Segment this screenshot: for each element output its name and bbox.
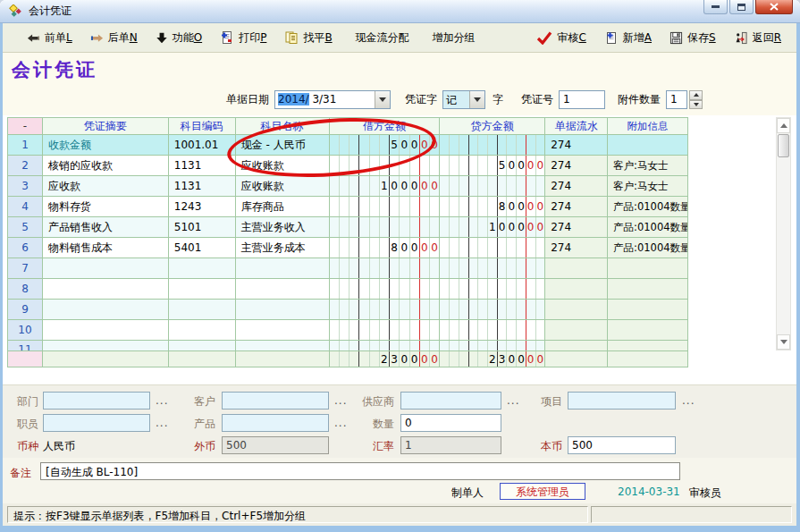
serial-cell[interactable]: 274: [545, 156, 608, 176]
serial-cell[interactable]: [545, 279, 608, 300]
table-row[interactable]: 7: [8, 258, 688, 279]
summary-cell[interactable]: [43, 320, 169, 341]
table-row[interactable]: 11: [8, 341, 688, 351]
summary-cell[interactable]: 物料存货: [43, 197, 169, 217]
toolbar-button-P[interactable]: 打印P: [217, 29, 269, 47]
table-row[interactable]: 5产品销售收入5101主营业务收入100000274产品:01004数量:1: [8, 217, 688, 238]
credit-amount-cell[interactable]: 80000: [440, 197, 545, 217]
toolbar-button-A[interactable]: 新增A: [602, 29, 654, 47]
lookup-ellipsis-button-部门[interactable]: ...: [156, 394, 168, 407]
close-button[interactable]: [755, 0, 793, 14]
field-input-部门[interactable]: [43, 392, 150, 410]
field-input-供应商[interactable]: [400, 392, 501, 410]
account-name-cell[interactable]: 应收账款: [236, 156, 330, 176]
date-combobox[interactable]: 2014/ 3/31: [274, 90, 391, 109]
debit-amount-cell[interactable]: [330, 341, 441, 351]
account-code-cell[interactable]: [169, 279, 236, 300]
account-name-cell[interactable]: [236, 320, 330, 341]
credit-amount-cell[interactable]: [440, 135, 545, 156]
row-number-cell[interactable]: 4: [8, 197, 43, 217]
field-input-职员[interactable]: [43, 414, 150, 432]
serial-cell[interactable]: 274: [545, 217, 608, 238]
serial-cell[interactable]: 274: [545, 238, 608, 258]
debit-amount-cell[interactable]: [330, 279, 441, 300]
remark-input[interactable]: [自动生成 BL-110]: [40, 462, 680, 480]
extra-info-cell[interactable]: [608, 135, 688, 156]
extra-info-cell[interactable]: 产品:01004数量:1: [608, 238, 688, 258]
field-input-客户[interactable]: [222, 392, 329, 410]
field-input-产品[interactable]: [222, 414, 329, 432]
serial-cell[interactable]: 274: [545, 197, 608, 217]
toolbar-button-L[interactable]: 前单L: [24, 29, 75, 47]
summary-cell[interactable]: 核销的应收款: [43, 156, 169, 176]
table-row[interactable]: 10: [8, 320, 688, 341]
summary-cell[interactable]: 收款金额: [43, 135, 169, 156]
account-code-cell[interactable]: 1001.01: [169, 135, 236, 156]
credit-amount-cell[interactable]: 100000: [440, 217, 545, 238]
table-row[interactable]: 9: [8, 300, 688, 320]
field-input-本币[interactable]: 500: [568, 436, 676, 454]
row-number-cell[interactable]: 9: [8, 300, 43, 320]
table-row[interactable]: 2核销的应收款1131应收账款50000274客户:马女士: [8, 156, 688, 176]
table-row[interactable]: 4物料存货1243库存商品80000274产品:01004数量:1: [8, 197, 688, 217]
credit-amount-cell[interactable]: [440, 238, 545, 258]
toolbar-button-B[interactable]: 找平B: [282, 29, 334, 47]
toolbar-button-增加分组[interactable]: 增加分组: [430, 29, 478, 47]
serial-cell[interactable]: [545, 300, 608, 320]
account-code-cell[interactable]: 5101: [169, 217, 236, 238]
summary-cell[interactable]: [43, 300, 169, 320]
toolbar-button-O[interactable]: 功能O: [153, 29, 205, 47]
account-code-cell[interactable]: [169, 258, 236, 279]
toolbar-button-C[interactable]: 审核C: [534, 29, 588, 47]
toolbar-button-S[interactable]: 保存S: [667, 29, 719, 47]
maximize-button[interactable]: [729, 0, 754, 14]
scroll-up-button[interactable]: [777, 118, 790, 133]
debit-amount-cell[interactable]: [330, 156, 441, 176]
row-number-cell[interactable]: 1: [8, 135, 43, 156]
scrollbar-thumb[interactable]: [778, 134, 789, 157]
row-number-cell[interactable]: 8: [8, 279, 43, 300]
table-row[interactable]: 6物料销售成本5401主营业务成本80000274产品:01004数量:1: [8, 238, 688, 258]
table-row[interactable]: 8: [8, 279, 688, 300]
summary-cell[interactable]: [43, 341, 169, 351]
voucher-word-dropdown-button[interactable]: [469, 91, 484, 108]
row-number-cell[interactable]: 5: [8, 217, 43, 238]
account-name-cell[interactable]: 库存商品: [236, 197, 330, 217]
debit-amount-cell[interactable]: 80000: [330, 238, 441, 258]
credit-amount-cell[interactable]: 50000: [440, 156, 545, 176]
row-number-cell[interactable]: 6: [8, 238, 43, 258]
spinner-down-button[interactable]: [689, 100, 703, 110]
field-input-项目[interactable]: [568, 392, 676, 410]
credit-amount-cell[interactable]: [440, 279, 545, 300]
account-name-cell[interactable]: [236, 341, 330, 351]
scroll-down-button[interactable]: [777, 334, 790, 350]
account-name-cell[interactable]: 现金 - 人民币: [236, 135, 330, 156]
row-number-cell[interactable]: 3: [8, 176, 43, 197]
account-name-cell[interactable]: 应收账款: [236, 176, 330, 197]
row-number-cell[interactable]: 7: [8, 258, 43, 279]
debit-amount-cell[interactable]: [330, 258, 441, 279]
extra-info-cell[interactable]: [608, 279, 688, 300]
vertical-scrollbar[interactable]: [776, 117, 791, 350]
extra-info-cell[interactable]: [608, 320, 688, 341]
account-code-cell[interactable]: 1131: [169, 176, 236, 197]
debit-amount-cell[interactable]: [330, 197, 441, 217]
account-code-cell[interactable]: 5401: [169, 238, 236, 258]
summary-cell[interactable]: [43, 258, 169, 279]
extra-info-cell[interactable]: 产品:01004数量:1: [608, 197, 688, 217]
account-name-cell[interactable]: [236, 300, 330, 320]
account-code-cell[interactable]: 1131: [169, 156, 236, 176]
serial-cell[interactable]: [545, 258, 608, 279]
field-input-数量[interactable]: 0: [400, 414, 501, 432]
serial-cell[interactable]: 274: [545, 135, 608, 156]
lookup-ellipsis-button-职员[interactable]: ...: [156, 417, 168, 429]
row-number-cell[interactable]: 10: [8, 320, 43, 341]
debit-amount-cell[interactable]: [330, 300, 441, 320]
extra-info-cell[interactable]: [608, 258, 688, 279]
account-name-cell[interactable]: 主营业务收入: [236, 217, 330, 238]
extra-info-cell[interactable]: 产品:01004数量:1: [608, 217, 688, 238]
extra-info-cell[interactable]: [608, 300, 688, 320]
debit-amount-cell[interactable]: 100000: [330, 176, 441, 197]
account-name-cell[interactable]: [236, 279, 330, 300]
debit-amount-cell[interactable]: [330, 320, 441, 341]
